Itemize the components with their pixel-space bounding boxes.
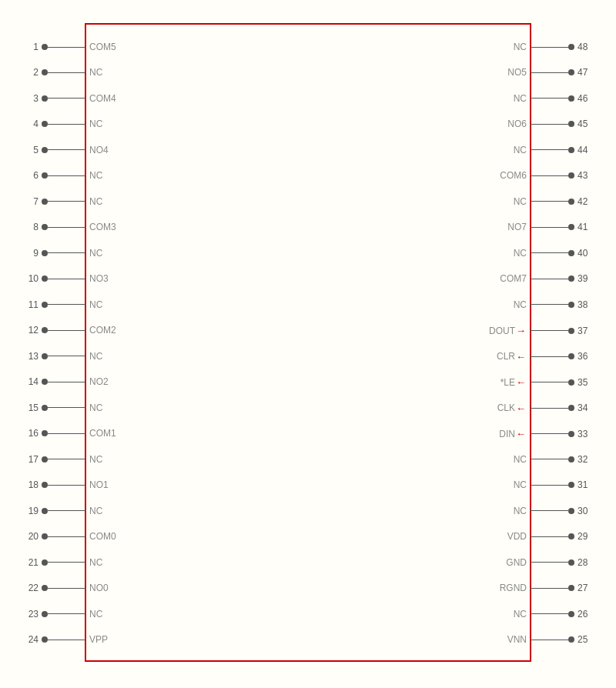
pin-left-18: 18NO1 [17,479,109,490]
pin-left-5: 5NO4 [17,145,109,155]
pin-right-44: 44NC [514,145,599,155]
pin-number-6: 6 [17,170,38,181]
pin-number-33: 33 [578,429,599,439]
pin-number-2: 2 [17,67,38,78]
pin-dot-23 [42,611,48,617]
pin-line-30 [530,510,568,511]
pin-number-14: 14 [17,376,38,387]
pin-left-7: 7NC [17,196,102,207]
pin-dot-16 [42,430,48,436]
pin-right-37: 37DOUT→ [489,325,599,336]
pin-left-24: 24VPP [17,634,108,645]
pin-dot-39 [568,276,574,282]
pin-right-33: 33DIN← [499,428,599,439]
pin-dot-41 [568,224,574,230]
pin-dot-5 [42,147,48,153]
pin-label-6: NC [89,170,102,181]
pin-label-40: NC [514,248,527,259]
pin-line-10 [48,279,86,279]
pin-number-13: 13 [17,351,38,362]
pin-dot-14 [42,379,48,385]
pin-line-34 [530,408,568,409]
pin-label-22: NO0 [89,583,109,593]
pin-right-30: 30NC [514,506,599,516]
pin-line-4 [48,124,86,125]
pin-number-16: 16 [17,428,38,439]
pin-line-13 [48,356,86,356]
pin-dot-15 [42,405,48,411]
pin-dot-37 [568,328,574,334]
pin-dot-2 [42,69,48,75]
pin-line-19 [48,510,86,511]
pin-dot-20 [42,533,48,539]
pin-number-22: 22 [17,583,38,593]
pin-dot-13 [42,353,48,359]
pin-label-16: COM1 [89,428,116,439]
pin-number-42: 42 [578,196,599,207]
pin-label-45: NO6 [507,119,527,129]
pin-line-1 [48,47,86,48]
pin-dot-8 [42,224,48,230]
pin-label-11: NC [89,299,102,310]
pin-right-42: 42NC [514,196,599,207]
pin-line-41 [530,227,568,228]
pin-line-25 [530,640,568,640]
pin-right-39: 39COM7 [500,273,599,284]
pin-line-2 [48,72,86,73]
input-arrow-icon: ← [516,428,526,439]
pin-dot-36 [568,353,574,359]
pin-number-15: 15 [17,402,38,413]
pin-label-39: COM7 [500,273,527,284]
pin-left-10: 10NO3 [17,273,109,284]
pin-dot-34 [568,405,574,411]
pin-label-1: COM5 [89,42,116,52]
pin-line-12 [48,330,86,331]
pin-line-5 [48,149,86,150]
pin-label-42: NC [514,196,527,207]
pin-number-23: 23 [17,609,38,620]
pin-dot-40 [568,250,574,256]
pin-number-12: 12 [17,325,38,336]
pin-line-33 [530,433,568,434]
pin-line-3 [48,98,86,99]
pin-right-38: 38NC [514,299,599,310]
pin-dot-32 [568,456,574,463]
pin-label-46: NC [514,93,527,104]
pin-label-25: VNN [507,634,527,645]
pin-right-25: 25VNN [507,634,599,645]
pin-left-1: 1COM5 [17,42,116,52]
pin-left-8: 8COM3 [17,222,116,232]
pin-label-29: VDD [507,531,527,542]
pin-line-18 [48,485,86,486]
pin-number-4: 4 [17,119,38,129]
pin-number-41: 41 [578,222,599,232]
pin-left-3: 3COM4 [17,93,116,104]
pin-number-39: 39 [578,273,599,284]
pin-number-21: 21 [17,557,38,568]
pin-line-28 [530,562,568,563]
pin-label-26: NC [514,609,527,620]
pin-number-31: 31 [578,479,599,490]
pin-left-11: 11NC [17,299,102,310]
pin-right-45: 45NO6 [507,119,599,129]
pin-label-8: COM3 [89,222,116,232]
pin-number-25: 25 [578,634,599,645]
pin-number-17: 17 [17,454,38,465]
pin-dot-30 [568,508,574,514]
pin-number-27: 27 [578,583,599,593]
pin-label-4: NC [89,119,102,129]
input-arrow-icon: ← [516,402,526,414]
pin-dot-6 [42,172,48,179]
pin-dot-38 [568,302,574,308]
pin-line-15 [48,407,86,408]
pin-dot-3 [42,95,48,102]
pin-dot-43 [568,172,574,179]
pin-number-44: 44 [578,145,599,155]
pin-label-2: NC [89,67,102,78]
pin-number-40: 40 [578,248,599,259]
pin-dot-35 [568,379,574,386]
pin-left-4: 4NC [17,119,102,129]
pin-dot-27 [568,585,574,591]
pin-line-24 [48,640,86,640]
pin-number-48: 48 [578,42,599,52]
